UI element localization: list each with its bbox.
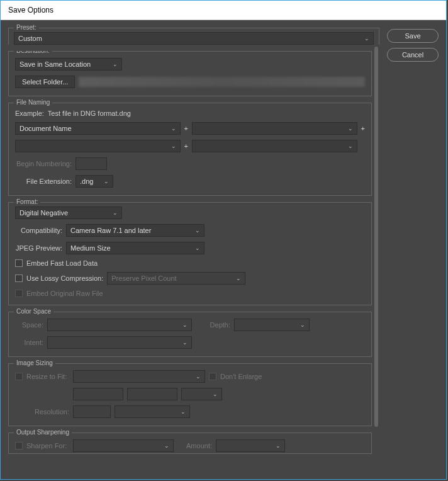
name-slot-2[interactable]: ⌄ — [192, 122, 357, 135]
format-legend: Format: — [14, 198, 40, 205]
save-button[interactable]: Save — [387, 29, 439, 43]
chevron-down-icon: ⌄ — [182, 339, 188, 346]
chevron-down-icon: ⌄ — [348, 125, 353, 132]
size-w-input — [73, 388, 123, 400]
preset-label: Preset: — [14, 24, 39, 31]
format-select[interactable]: Digital Negative ⌄ — [15, 207, 122, 219]
scrollbar[interactable] — [373, 47, 379, 469]
destination-select[interactable]: Save in Same Location ⌄ — [15, 58, 122, 71]
chevron-down-icon: ⌄ — [276, 443, 281, 449]
resize-to-fit-checkbox — [15, 373, 23, 380]
intent-label: Intent: — [15, 339, 43, 346]
dont-enlarge-checkbox — [209, 373, 216, 380]
chevron-down-icon: ⌄ — [236, 275, 241, 281]
sharpen-for-checkbox — [15, 442, 23, 450]
name-slot-4[interactable]: ⌄ — [192, 140, 357, 152]
title-bar: Save Options — [1, 1, 446, 20]
depth-select: ⌄ — [234, 319, 310, 331]
file-extension-select[interactable]: .dng ⌄ — [76, 175, 113, 188]
file-naming-legend: File Naming — [14, 99, 52, 106]
compatibility-label: Compatibility: — [15, 227, 62, 234]
use-lossy-label: Use Lossy Compression: — [26, 274, 103, 282]
begin-numbering-label: Begin Numbering: — [15, 160, 72, 167]
lossy-compression-select: Preserve Pixel Count ⌄ — [107, 272, 245, 285]
resolution-input — [73, 405, 111, 418]
compatibility-select[interactable]: Camera Raw 7.1 and later ⌄ — [66, 224, 204, 237]
begin-numbering-input — [76, 157, 107, 170]
chevron-down-icon: ⌄ — [348, 143, 353, 149]
chevron-down-icon: ⌄ — [113, 61, 118, 67]
depth-label: Depth: — [196, 321, 230, 329]
folder-path-blurred — [79, 77, 365, 87]
color-space-fieldset: Color Space Space: ⌄ Depth: ⌄ — [8, 312, 372, 357]
chevron-down-icon: ⌄ — [196, 373, 201, 380]
chevron-down-icon: ⌄ — [171, 125, 176, 132]
chevron-down-icon: ⌄ — [164, 443, 169, 449]
embed-original-label: Embed Original Raw File — [26, 290, 103, 297]
plus-icon: + — [184, 125, 188, 132]
select-folder-button[interactable]: Select Folder... — [15, 76, 75, 88]
resize-mode-select: ⌄ — [73, 370, 205, 383]
name-slot-3[interactable]: ⌄ — [15, 140, 181, 152]
example-value: Test file in DNG format.dng — [48, 110, 131, 117]
destination-legend: Destination: — [14, 51, 52, 54]
chevron-down-icon: ⌄ — [364, 35, 369, 42]
image-sizing-fieldset: Image Sizing Resize to Fit: ⌄ Don't Enla… — [8, 363, 372, 426]
jpeg-preview-select[interactable]: Medium Size ⌄ — [66, 242, 204, 254]
chevron-down-icon: ⌄ — [195, 227, 200, 234]
use-lossy-checkbox[interactable] — [15, 274, 23, 282]
chevron-down-icon: ⌄ — [300, 322, 305, 328]
chevron-down-icon: ⌄ — [181, 409, 186, 415]
plus-icon: + — [184, 142, 188, 150]
plus-icon: + — [361, 125, 365, 132]
scrollbar-thumb[interactable] — [374, 47, 378, 427]
space-select: ⌄ — [47, 319, 192, 331]
intent-select: ⌄ — [47, 336, 192, 349]
color-space-legend: Color Space — [14, 308, 53, 315]
file-naming-fieldset: File Naming Example: Test file in DNG fo… — [8, 103, 372, 196]
file-extension-label: File Extension: — [15, 178, 72, 185]
sharpen-for-label: Sharpen For: — [26, 442, 69, 450]
chevron-down-icon: ⌄ — [104, 178, 109, 184]
sharpen-amount-select: ⌄ — [216, 439, 285, 452]
chevron-down-icon: ⌄ — [213, 391, 218, 397]
chevron-down-icon: ⌄ — [113, 210, 118, 216]
output-sharpening-fieldset: Output Sharpening Sharpen For: ⌄ Amount:… — [8, 433, 372, 454]
chevron-down-icon: ⌄ — [195, 245, 200, 251]
output-sharpening-legend: Output Sharpening — [14, 429, 72, 436]
resize-to-fit-label: Resize to Fit: — [26, 373, 69, 380]
embed-fast-load-checkbox[interactable] — [15, 259, 23, 267]
sharpen-amount-label: Amount: — [177, 442, 212, 450]
window-title: Save Options — [8, 6, 53, 14]
preset-select[interactable]: Custom ⌄ — [14, 32, 374, 45]
format-fieldset: Format: Digital Negative ⌄ Compatibility… — [8, 202, 372, 305]
name-slot-1[interactable]: Document Name ⌄ — [15, 122, 181, 135]
chevron-down-icon: ⌄ — [182, 322, 188, 328]
space-label: Space: — [15, 321, 43, 329]
jpeg-preview-label: JPEG Preview: — [15, 244, 62, 252]
resolution-unit-select: ⌄ — [115, 405, 190, 418]
resolution-label: Resolution: — [15, 408, 69, 416]
cancel-button[interactable]: Cancel — [387, 48, 439, 62]
dont-enlarge-label: Don't Enlarge — [220, 373, 262, 380]
example-label: Example: — [15, 110, 44, 117]
preset-fieldset: Preset: Custom ⌄ — [8, 28, 379, 45]
size-h-input — [127, 388, 177, 400]
sharpen-for-select: ⌄ — [73, 439, 174, 452]
embed-original-checkbox — [15, 290, 23, 297]
chevron-down-icon: ⌄ — [171, 143, 176, 149]
embed-fast-load-label: Embed Fast Load Data — [26, 259, 98, 267]
destination-fieldset: Destination: Save in Same Location ⌄ Sel… — [8, 51, 372, 96]
size-unit-select: ⌄ — [181, 388, 222, 400]
image-sizing-legend: Image Sizing — [14, 359, 55, 366]
